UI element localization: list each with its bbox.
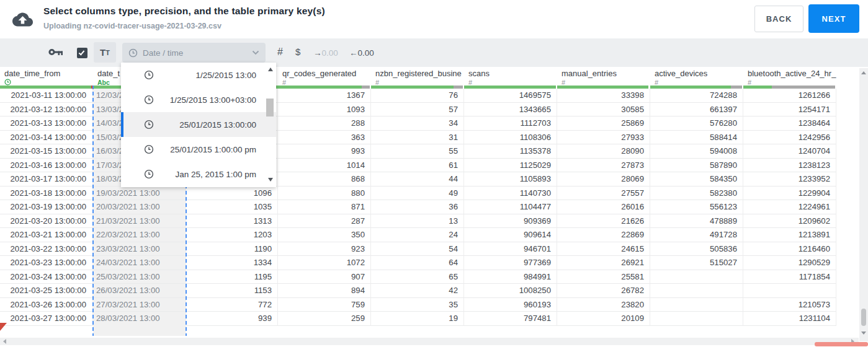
table-cell[interactable]: 23/03/2021 13:00 [93, 242, 186, 257]
table-cell[interactable]: 2021-03-22 13:00:00 [0, 242, 93, 257]
table-cell[interactable]: 20/03/2021 13:00 [93, 200, 186, 214]
table-cell[interactable]: 27933 [557, 131, 650, 145]
table-cell[interactable]: 1195 [186, 270, 278, 284]
table-cell[interactable]: 505836 [650, 242, 743, 257]
table-cell[interactable]: 1231104 [743, 312, 836, 326]
column-header-date_time_from[interactable]: date_time_from [0, 67, 93, 86]
table-cell[interactable]: 2021-03-16 13:00:00 [0, 159, 93, 173]
table-cell[interactable]: 26016 [557, 200, 650, 214]
table-cell[interactable]: 19/03/2021 13:00 [93, 187, 186, 201]
table-cell[interactable]: 724288 [650, 89, 743, 103]
table-cell[interactable]: 1108306 [464, 131, 557, 145]
table-cell[interactable]: 588414 [650, 131, 743, 145]
table-cell[interactable]: 57 [371, 103, 464, 117]
table-cell[interactable]: 2021-03-18 13:00:00 [0, 187, 93, 201]
table-cell[interactable]: 1125029 [464, 159, 557, 173]
table-cell[interactable]: 1469575 [464, 89, 557, 103]
table-cell[interactable]: 2021-03-11 13:00:00 [0, 89, 93, 103]
table-cell[interactable] [650, 284, 743, 298]
table-cell[interactable]: 21/03/2021 13:00 [93, 214, 186, 229]
table-cell[interactable]: 76 [371, 89, 464, 103]
table-cell[interactable]: 42 [371, 284, 464, 298]
table-cell[interactable]: 20109 [557, 312, 650, 326]
table-cell[interactable]: 1213891 [743, 228, 836, 242]
table-cell[interactable]: 1105893 [464, 172, 557, 187]
back-button[interactable]: BACK [754, 6, 803, 32]
table-cell[interactable]: 1343665 [464, 103, 557, 117]
table-cell[interactable]: 939 [186, 312, 278, 326]
table-cell[interactable]: 27/03/2021 13:00 [93, 298, 186, 312]
table-cell[interactable]: 1014 [278, 159, 371, 173]
table-cell[interactable]: 2021-03-25 13:00:00 [0, 284, 93, 298]
table-cell[interactable]: 28090 [557, 144, 650, 159]
table-cell[interactable]: 1171854 [743, 270, 836, 284]
scroll-down-icon[interactable] [861, 332, 866, 335]
table-cell[interactable]: 28/03/2021 13:00 [93, 312, 186, 326]
table-cell[interactable]: 24/03/2021 13:00 [93, 256, 186, 270]
table-cell[interactable]: 1216460 [743, 242, 836, 257]
dropdown-scrollbar-thumb[interactable] [266, 99, 274, 116]
table-cell[interactable]: 1203 [186, 228, 278, 242]
table-cell[interactable]: 582380 [650, 187, 743, 201]
table-cell[interactable]: 1112703 [464, 116, 557, 131]
table-cell[interactable]: 30585 [557, 103, 650, 117]
table-cell[interactable]: 909369 [464, 214, 557, 229]
table-cell[interactable]: 64 [371, 256, 464, 270]
table-cell[interactable] [743, 284, 836, 298]
table-cell[interactable]: 1233952 [743, 172, 836, 187]
table-cell[interactable]: 2021-03-26 13:00:00 [0, 298, 93, 312]
table-cell[interactable]: 556123 [650, 200, 743, 214]
table-cell[interactable]: 478889 [650, 214, 743, 229]
table-cell[interactable]: 907 [278, 270, 371, 284]
table-cell[interactable]: 2021-03-15 13:00:00 [0, 144, 93, 159]
table-cell[interactable]: 27873 [557, 159, 650, 173]
table-cell[interactable]: 1153 [186, 284, 278, 298]
table-cell[interactable]: 946701 [464, 242, 557, 257]
date-format-option[interactable]: 25/01/2015 1:00:00 pm [121, 137, 276, 162]
table-cell[interactable]: 1008250 [464, 284, 557, 298]
table-cell[interactable]: 1238464 [743, 116, 836, 131]
table-cell[interactable]: 661397 [650, 103, 743, 117]
column-header-active_devices[interactable]: active_devices# [650, 67, 743, 86]
vertical-scrollbar[interactable] [859, 68, 868, 341]
table-cell[interactable]: 288 [278, 116, 371, 131]
table-cell[interactable]: 287 [278, 214, 371, 229]
table-cell[interactable] [650, 298, 743, 312]
table-cell[interactable]: 1190 [186, 242, 278, 257]
key-icon[interactable] [48, 48, 63, 58]
table-cell[interactable]: 36 [371, 200, 464, 214]
date-format-option[interactable]: 1/25/2015 13:00 [121, 63, 276, 87]
table-cell[interactable]: 2021-03-23 13:00:00 [0, 256, 93, 270]
table-cell[interactable]: 24 [371, 228, 464, 242]
table-cell[interactable]: 350 [278, 228, 371, 242]
table-cell[interactable]: 1290529 [743, 256, 836, 270]
table-cell[interactable]: 259 [278, 312, 371, 326]
table-cell[interactable]: 19 [371, 312, 464, 326]
dropdown-scroll-down-icon[interactable] [268, 178, 273, 182]
table-cell[interactable]: 2021-03-21 13:00:00 [0, 228, 93, 242]
table-cell[interactable]: 35 [371, 298, 464, 312]
date-format-option[interactable]: 25/01/2015 13:00:00 [121, 112, 276, 137]
date-format-option[interactable]: Jan 25, 2015 1:00 pm [121, 162, 276, 187]
table-cell[interactable]: 26782 [557, 284, 650, 298]
table-cell[interactable]: 1229904 [743, 187, 836, 201]
text-type-button[interactable]: TT [94, 42, 116, 63]
date-format-option[interactable]: 1/25/2015 13:00+03:00 [121, 87, 276, 112]
table-cell[interactable]: 61 [371, 159, 464, 173]
table-cell[interactable] [650, 312, 743, 326]
table-cell[interactable]: 22/03/2021 13:00 [93, 228, 186, 242]
table-cell[interactable]: 34 [371, 116, 464, 131]
scroll-up-icon[interactable] [861, 71, 866, 74]
column-header-scans[interactable]: scans# [464, 67, 557, 86]
increase-decimal-button[interactable]: →0.00 [313, 48, 338, 58]
table-cell[interactable]: 28069 [557, 172, 650, 187]
horizontal-scrollbar[interactable] [0, 338, 859, 345]
table-cell[interactable]: 797481 [464, 312, 557, 326]
primary-key-checkbox[interactable] [77, 48, 87, 58]
table-cell[interactable]: 759 [278, 298, 371, 312]
table-cell[interactable]: 1261266 [743, 89, 836, 103]
table-cell[interactable]: 2021-03-13 13:00:00 [0, 116, 93, 131]
table-cell[interactable]: 1072 [278, 256, 371, 270]
table-cell[interactable]: 31 [371, 131, 464, 145]
table-cell[interactable]: 868 [278, 172, 371, 187]
